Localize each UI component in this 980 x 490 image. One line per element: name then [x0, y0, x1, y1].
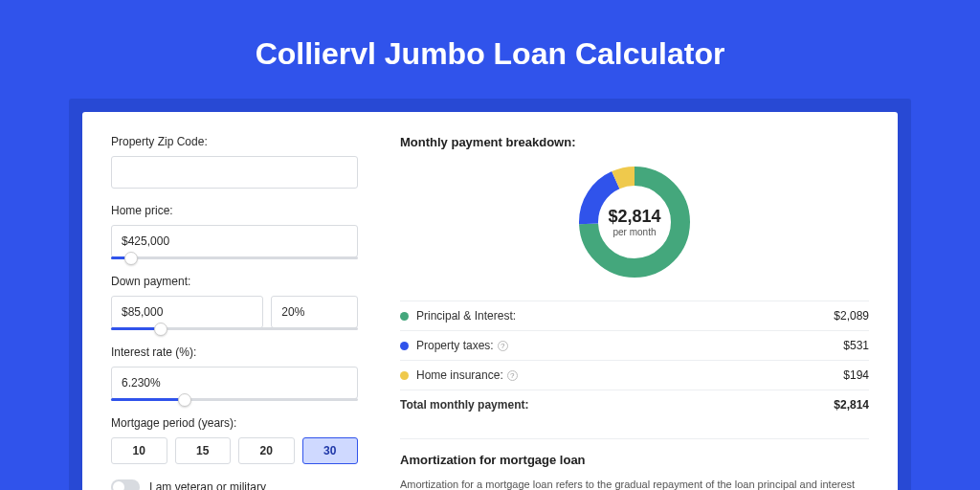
interest-rate-field: Interest rate (%): — [111, 345, 358, 401]
interest-rate-label: Interest rate (%): — [111, 345, 358, 359]
amortization-title: Amortization for mortgage loan — [400, 438, 869, 467]
breakdown-amount: $531 — [843, 339, 869, 352]
breakdown-label: Principal & Interest: — [416, 309, 516, 323]
breakdown-column: Monthly payment breakdown: $2,814 per mo… — [400, 135, 869, 490]
inset-band: Property Zip Code: Home price: Down paym… — [69, 99, 911, 490]
total-amount: $2,814 — [834, 398, 869, 412]
mortgage-period-label: Mortgage period (years): — [111, 416, 358, 430]
zip-input[interactable] — [111, 156, 358, 189]
total-label: Total monthly payment: — [400, 398, 528, 412]
down-payment-field: Down payment: — [111, 275, 358, 330]
breakdown-label: Home insurance: — [416, 368, 503, 382]
page-title: Colliervl Jumbo Loan Calculator — [0, 0, 980, 99]
zip-label: Property Zip Code: — [111, 135, 358, 148]
interest-rate-slider[interactable] — [111, 398, 358, 401]
breakdown-amount: $2,089 — [834, 309, 869, 323]
period-button-20[interactable]: 20 — [238, 437, 295, 464]
down-payment-percent-input[interactable] — [271, 296, 358, 328]
donut-center-value: $2,814 — [608, 207, 660, 227]
down-payment-slider[interactable] — [111, 327, 358, 330]
zip-field: Property Zip Code: — [111, 135, 358, 189]
breakdown-title: Monthly payment breakdown: — [400, 135, 869, 149]
legend-dot — [400, 342, 409, 350]
veteran-label: I am veteran or military — [149, 480, 266, 490]
breakdown-label: Property taxes: — [416, 339, 494, 352]
form-column: Property Zip Code: Home price: Down paym… — [111, 135, 358, 490]
mortgage-period-field: Mortgage period (years): 10152030 — [111, 416, 358, 464]
amortization-text: Amortization for a mortgage loan refers … — [400, 477, 869, 490]
total-row: Total monthly payment: $2,814 — [400, 390, 869, 419]
period-button-30[interactable]: 30 — [302, 437, 359, 464]
calculator-card: Property Zip Code: Home price: Down paym… — [82, 112, 898, 490]
donut-chart: $2,814 per month — [573, 161, 696, 283]
period-button-15[interactable]: 15 — [175, 437, 232, 464]
breakdown-row: Principal & Interest:$2,089 — [400, 301, 869, 330]
legend-dot — [400, 371, 409, 380]
slider-thumb[interactable] — [124, 252, 138, 265]
period-button-10[interactable]: 10 — [111, 437, 167, 464]
home-price-field: Home price: — [111, 204, 358, 259]
legend-dot — [400, 312, 409, 321]
slider-thumb[interactable] — [178, 393, 191, 407]
slider-thumb[interactable] — [154, 323, 167, 336]
interest-rate-input[interactable] — [111, 367, 358, 399]
info-icon[interactable]: ? — [507, 370, 518, 381]
home-price-input[interactable] — [111, 225, 358, 257]
veteran-toggle[interactable] — [111, 479, 140, 490]
home-price-label: Home price: — [111, 204, 358, 217]
donut-chart-wrap: $2,814 per month — [400, 161, 869, 283]
donut-center-sub: per month — [612, 227, 656, 237]
breakdown-amount: $194 — [843, 368, 869, 382]
info-icon[interactable]: ? — [498, 341, 508, 351]
veteran-toggle-row: I am veteran or military — [111, 479, 358, 490]
home-price-slider[interactable] — [111, 256, 358, 259]
breakdown-row: Home insurance:?$194 — [400, 360, 869, 390]
down-payment-label: Down payment: — [111, 275, 358, 288]
down-payment-amount-input[interactable] — [111, 296, 263, 328]
breakdown-row: Property taxes:?$531 — [400, 330, 869, 360]
